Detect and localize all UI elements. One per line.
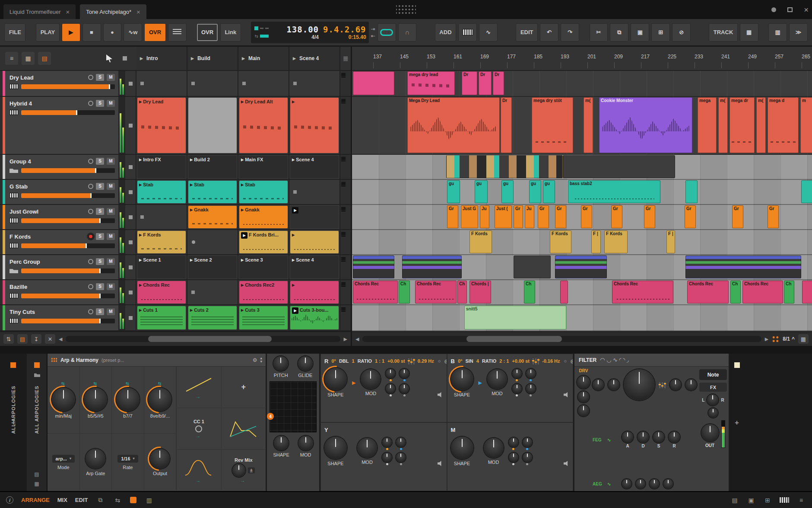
osc-phase-value[interactable]: 0° xyxy=(458,358,463,364)
swap-view-button[interactable]: ⇅ xyxy=(3,334,14,344)
record-arm-button[interactable] xyxy=(88,101,93,106)
filter-type-icons[interactable]: ◠ ◡ ∿ ◜ ◝ ◞ xyxy=(600,357,629,363)
filter-mix-knob[interactable] xyxy=(685,379,697,390)
macro-knob[interactable] xyxy=(386,384,395,393)
attack-knob[interactable] xyxy=(622,431,633,443)
xy-pad[interactable]: 4 xyxy=(270,381,317,432)
clip-slot[interactable]: ▶Cuts 3 xyxy=(238,305,289,330)
add-modulator-button[interactable]: + xyxy=(222,367,266,408)
speaker-icon[interactable] xyxy=(564,392,569,397)
filter-aux-knob-2[interactable] xyxy=(578,405,589,416)
b5-knob[interactable] xyxy=(84,388,107,411)
rev-mix-knob[interactable] xyxy=(232,464,245,477)
osc-param-value[interactable]: 4 xyxy=(476,358,479,364)
add-audio-track-button[interactable]: ∿ xyxy=(479,23,498,42)
arrangement-clip[interactable]: bass stab2 xyxy=(568,180,660,203)
session-clip[interactable]: ▶Dry Lead xyxy=(137,98,186,153)
track-header[interactable]: F KordsSM xyxy=(5,230,118,254)
fx-page-button[interactable]: FX xyxy=(699,383,727,392)
volume-fader[interactable] xyxy=(21,319,115,323)
curve-display[interactable]: → xyxy=(177,367,221,408)
aeg-knob-1[interactable] xyxy=(622,479,631,489)
piano-roll-icon[interactable]: ▥ xyxy=(144,497,154,504)
file-menu-button[interactable]: FILE xyxy=(4,23,25,42)
solo-button[interactable]: S xyxy=(96,233,104,240)
track-header[interactable]: Dry LeadSM xyxy=(5,71,118,96)
speaker-icon[interactable] xyxy=(438,461,443,466)
group-clip[interactable]: ▶Main FX xyxy=(239,156,288,178)
clip-slot[interactable]: ▶Stab xyxy=(136,180,187,204)
b7-knob[interactable] xyxy=(116,388,140,411)
arrangement-clip[interactable] xyxy=(563,155,675,178)
clip-slot[interactable]: ▶Stab xyxy=(187,180,238,204)
clip-slot[interactable]: ▶Intro FX xyxy=(136,155,187,179)
session-clip[interactable]: ▶ xyxy=(290,231,339,253)
resonance-knob[interactable] xyxy=(670,379,681,390)
volume-fader[interactable] xyxy=(21,268,115,273)
track-menu-button[interactable]: ≣ xyxy=(340,230,346,254)
scene-play-icon[interactable]: ▶ xyxy=(242,56,245,61)
arrangement-clip[interactable]: Gr xyxy=(611,205,622,228)
group-clip[interactable]: ▶Scene 4 xyxy=(290,156,339,178)
arranger-overdub-button[interactable]: OVR xyxy=(197,23,218,42)
macro-knob[interactable] xyxy=(526,384,536,393)
record-arm-button[interactable] xyxy=(88,75,93,80)
mute-button[interactable]: M xyxy=(107,74,115,81)
clip-slot[interactable]: ▶Scene 2 xyxy=(187,255,238,279)
add-instrument-track-button[interactable] xyxy=(458,23,477,42)
rate-select[interactable]: 1/16 ▾ xyxy=(117,455,138,463)
overdub-button[interactable]: OVR xyxy=(144,23,165,42)
info-icon[interactable]: i xyxy=(6,496,13,504)
arranger-lane[interactable]: GrJust GJuJust (GrJuGrGrGrGrGrGrGrGr xyxy=(352,205,812,230)
close-icon[interactable]: × xyxy=(66,8,70,16)
mod-slider-icon[interactable] xyxy=(408,358,415,364)
group-clip[interactable]: ▶Scene 4 xyxy=(290,256,339,278)
session-clip[interactable]: ▶Dry Lead Alt xyxy=(239,98,288,153)
link-icon[interactable]: ⇆ xyxy=(113,497,122,504)
add-track-button[interactable]: ADD xyxy=(435,23,456,42)
track-menu-button[interactable]: TRACK xyxy=(709,23,737,42)
arrangement-clip[interactable]: mega dry lead xyxy=(407,71,455,95)
add-device-icon[interactable]: + xyxy=(11,419,16,427)
arranger-ruler[interactable]: 1371451531611691771851932012092172252332… xyxy=(352,47,812,71)
arrangement-clip[interactable] xyxy=(685,256,801,278)
arranger-lane[interactable] xyxy=(352,155,812,180)
edit-menu-button[interactable]: EDIT xyxy=(516,23,538,42)
clip-stop-button[interactable] xyxy=(125,255,136,279)
project-panel-icon[interactable]: ▤ xyxy=(730,497,739,504)
volume-fader[interactable] xyxy=(21,294,115,298)
group-clip[interactable]: ▶Build 2 xyxy=(188,156,237,178)
link-button[interactable]: Link xyxy=(220,23,241,42)
macro-knob[interactable] xyxy=(523,453,532,462)
clip-slot[interactable]: ▶ xyxy=(289,230,340,254)
arrangement-clip[interactable]: Gr xyxy=(581,205,592,228)
hz-value[interactable]: 0.29 Hz xyxy=(418,358,434,364)
punch-buttons[interactable]: ⇥ ⇤ xyxy=(371,26,375,38)
arrangement-clip[interactable]: Chords Rec xyxy=(415,281,457,304)
macro-knob[interactable] xyxy=(382,438,392,447)
decay-knob[interactable] xyxy=(638,431,649,443)
clip-slot[interactable] xyxy=(187,280,238,304)
maximize-icon[interactable] xyxy=(787,7,793,12)
track-header[interactable]: Tiny CutsSM xyxy=(5,305,118,330)
arrangement-clip[interactable]: m( xyxy=(584,97,593,153)
macro-knob[interactable] xyxy=(509,453,518,462)
project-tab-1[interactable]: Liquid Trommelfeuer × xyxy=(3,4,76,19)
track-menu-button[interactable]: ≣ xyxy=(340,180,346,204)
launcher-hscrollbar-thumb[interactable] xyxy=(148,336,272,342)
clip-slot[interactable]: ▶Cuts 1 xyxy=(136,305,187,330)
clip-stop-button[interactable] xyxy=(125,71,136,96)
session-clip[interactable]: ▶Gnakk xyxy=(239,206,288,228)
arrangement-clip[interactable] xyxy=(560,281,568,304)
scene-header-main[interactable]: ▶ Main xyxy=(238,47,289,70)
arrangement-clip[interactable]: F | xyxy=(666,230,675,253)
note-page-button[interactable]: Note xyxy=(699,369,727,380)
solo-button[interactable]: S xyxy=(96,183,104,190)
mute-button[interactable]: M xyxy=(107,158,115,165)
position-display[interactable]: 9.4.2.69 0:15.40 xyxy=(323,23,366,42)
solo-button[interactable]: S xyxy=(96,283,104,290)
arrangement-clip[interactable]: gu xyxy=(501,180,514,203)
clip-slot[interactable]: ▶F Kords Bri... xyxy=(238,230,289,254)
track-header[interactable]: Perc GroupSM xyxy=(5,255,118,279)
launcher-hscrollbar[interactable] xyxy=(66,336,340,342)
